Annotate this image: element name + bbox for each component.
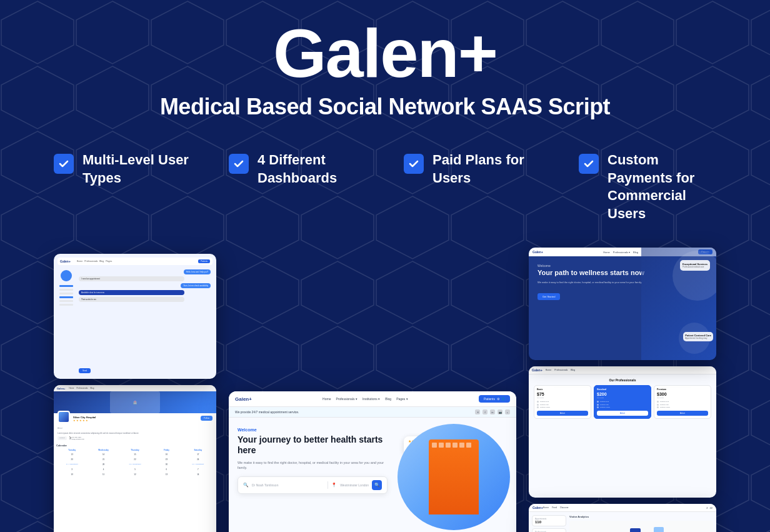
check-icon-dashboards [229,154,249,174]
facebook-icon: f [482,409,488,414]
search-button[interactable]: 🔍 [372,480,382,490]
hospital-avatar [58,411,70,423]
pricing-nav-item: Blog [571,369,575,371]
sidebar-item [59,293,73,294]
social-icons: ✕ f in 📷 + [475,409,510,414]
plan-features: Feature One Feature Two Feature Three [597,401,648,408]
feature-text: Feature Two [660,404,669,406]
cal-cell: 5 [119,468,151,471]
cal-cell: 6 [151,468,182,471]
cal-cell: 29 • Appointment [119,463,151,466]
plan-cta-btn[interactable]: Active [537,411,588,416]
patients-icon: ⚙ [497,397,499,401]
landing-notification: We provide 24/7 medical appointment serv… [235,410,299,414]
feature-label-paid-plans: Paid Plans for Users [432,151,541,187]
wellness-patient-badge: Patient Centered Care Appointment bookin… [683,332,713,341]
screenshot-analytics: Galen+ Home Feed Discover 2 22 Appointme [529,504,716,532]
chat-message: That works for me [79,297,184,302]
hosp-nav-item: Home [69,387,74,389]
cal-cell: 22 [119,458,151,461]
analytics-logo: Galen+ [532,506,543,509]
location-icon: 📍 [331,483,337,488]
cal-cell: 11 [88,473,119,476]
building-image [398,424,510,530]
hosp-nav-item: Professionals [76,387,88,389]
cal-cell: 31 • Appointment [182,463,214,466]
feature-label-custom-payments: Custom Payments for Commercial Users [608,151,716,223]
plan-name: Premium [657,388,708,391]
features-row: Multi-Level User Types 4 Different Dashb… [25,151,745,223]
cal-cell: 27 • Appointment [56,463,88,466]
cal-cell: 7 [182,468,214,471]
plan-features: Feature One Feature Two Feature Three [657,401,708,408]
chat-nav-item: Pages [106,260,112,263]
pricing-title: Our Professionals [534,378,711,382]
search-icon: 🔍 [243,483,249,488]
hospital-about: About [54,426,216,432]
analytics-stat-header: 2 [706,506,708,509]
cal-day-header: Wednesday [88,449,119,451]
sidebar-item [59,296,73,298]
plan-period: per month [537,397,588,399]
pricing-card-basic: Basic $75 per month Feature One Feature … [534,385,591,419]
wellness-logo: Galen+ [532,250,543,254]
chat-message: I need an appointment [79,276,184,281]
feature-text: Feature One [540,401,549,403]
twitter-icon: ✕ [475,409,480,414]
wellness-feature-badge: Exceptional Services Professional medica… [680,260,710,271]
landing-cta-btn[interactable]: Patients ⚙ 👤 [479,395,510,403]
hero-image [391,418,516,532]
feature-text: Feature Two [540,404,549,406]
cal-day-header: Tuesday [56,449,88,451]
landing-nav-item: Professionals ▾ [336,397,357,401]
wellness-nav-item: Professionals ▾ [613,251,630,254]
analytics-nav-item: Feed [552,506,557,509]
wellness-bg-overlay: Exceptional Services Professional medica… [641,248,716,360]
cal-cell: 13 [151,473,182,476]
wellness-get-started-btn[interactable]: Get Started [538,293,560,300]
search-location-input[interactable]: Westminster London [340,483,369,487]
stat-value: 110 [535,520,563,524]
screenshot-chat: Galen+ Home Professionals Blog Pages Pat… [54,254,216,379]
screenshot-landing: Galen+ Home Professionals ▾ Institutions… [229,391,516,532]
landing-search-bar[interactable]: 🔍 Dr Noah Tomlinson 📍 Westminster London… [238,476,388,494]
hospital-tag: Contact [58,436,67,440]
cal-cell: 16 [151,453,182,456]
landing-welcome: Welcome [238,428,388,432]
check-icon-paid-plans [404,154,424,174]
wellness-nav-item: Home [603,251,610,254]
plan-price: $75 [537,392,588,396]
chat-message: Sure, let me check availability [181,283,211,288]
search-submit-icon: 🔍 [374,483,380,488]
cal-cell: 10 [56,473,88,476]
plan-cta-btn[interactable]: Active [657,411,708,416]
chat-send-btn[interactable]: Send [79,368,91,373]
pricing-card-premium: Premium $300 per month Feature One Featu… [654,385,711,419]
search-doctor-input[interactable]: Dr Noah Tomlinson [252,483,324,487]
hospital-follow-btn[interactable]: Follow [201,416,212,421]
hospital-rating: ★ ★ ★ ★ ★ [73,419,198,421]
sidebar-item [59,289,73,291]
cal-cell: 4 [88,468,119,471]
chat-nav-item: Professionals [84,260,98,263]
plan-cta-btn[interactable]: Active [597,411,648,416]
hospital-contact-info: 📞 123-456-7890 ✉ info@hospital.com [69,436,212,440]
cal-cell: 17 [182,453,214,456]
plan-name: Standard [597,388,648,391]
brand-title: Galen+ [25,19,745,88]
cal-cell: 14 [88,453,119,456]
analytics-stat-appointments: Appointments 110 [532,515,566,526]
cal-day-header: Friday [151,449,182,451]
wellness-nav-item: Blog [633,251,638,254]
feature-custom-payments: Custom Payments for Commercial Users [579,151,716,223]
chat-message: Available slots for tomorrow [79,290,184,295]
landing-nav-item: Home [322,397,331,401]
cal-cell: 20 [56,458,88,461]
sidebar-item [59,304,73,306]
chat-logo: Galen+ [60,259,71,263]
chart-bar [630,528,641,532]
feature-text: Feature Three [540,406,550,408]
right-screenshots-col: Galen+ Home Professionals ▾ Blog Patient… [529,248,716,532]
pricing-cards: Basic $75 per month Feature One Feature … [534,385,711,419]
check-icon-multi-level [54,154,74,174]
